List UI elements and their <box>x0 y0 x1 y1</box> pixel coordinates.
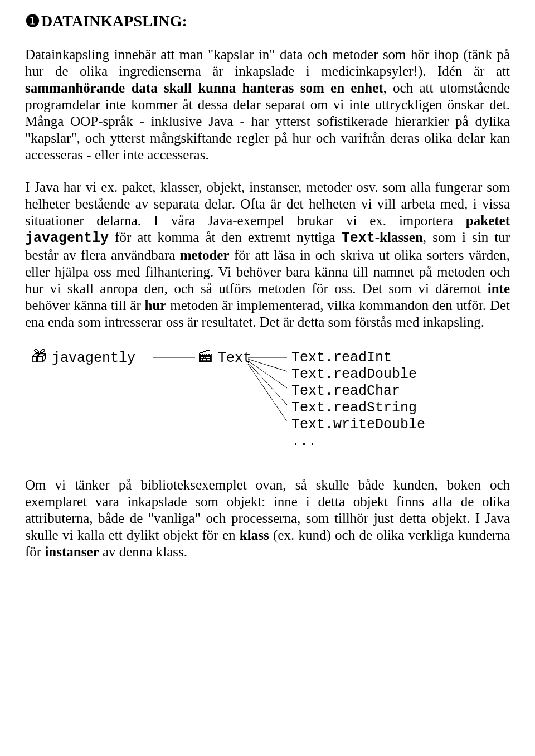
diagram: 🎁︎ javagently 🎬︎ Text Text.readInt Text.… <box>25 346 510 458</box>
node-text-label: Text <box>218 350 251 366</box>
p2-b1: paketet <box>466 213 510 228</box>
bullet-one-icon: ❶ <box>25 11 40 31</box>
p2-t1: I Java har vi ex. paket, klasser, objekt… <box>25 180 510 228</box>
p2-m2: Text <box>342 230 375 246</box>
p2-m1: javagently <box>25 230 109 246</box>
p2-b3: metoder <box>180 248 230 263</box>
method-0: Text.readInt <box>291 350 425 366</box>
paragraph-1: Datainkapsling innebär att man "kapslar … <box>25 46 510 163</box>
p2-t2: för att komma åt den extremt nyttiga <box>109 230 342 245</box>
methods-list: Text.readInt Text.readDouble Text.readCh… <box>291 350 425 450</box>
method-3: Text.readString <box>291 400 425 416</box>
node-text: 🎬︎ Text <box>197 350 251 366</box>
p2-t5: behöver känna till är <box>25 298 145 313</box>
p3-t3: av denna klass. <box>99 544 187 559</box>
svg-line-2 <box>248 359 287 371</box>
method-5: ... <box>291 433 425 450</box>
p1-t1: Datainkapsling innebär att man "kapslar … <box>25 47 510 79</box>
paragraph-3: Om vi tänker på biblioteksexemplet ovan,… <box>25 477 510 560</box>
svg-line-5 <box>248 364 287 421</box>
gift-icon: 🎁︎ <box>31 350 47 366</box>
svg-line-4 <box>248 362 287 405</box>
heading: ❶DATAINKAPSLING: <box>25 11 510 31</box>
p3-b2: instanser <box>45 544 99 559</box>
paragraph-2: I Java har vi ex. paket, klasser, objekt… <box>25 179 510 331</box>
method-2: Text.readChar <box>291 383 425 400</box>
heading-text: DATAINKAPSLING: <box>41 12 187 30</box>
p2-b5: hur <box>145 298 167 313</box>
method-4: Text.writeDouble <box>291 416 425 433</box>
node-javagently: 🎁︎ javagently <box>31 350 135 366</box>
svg-line-3 <box>248 361 287 388</box>
method-1: Text.readDouble <box>291 366 425 383</box>
node-javagently-label: javagently <box>52 350 135 366</box>
p3-b1: klass <box>240 527 269 542</box>
p2-b4: inte <box>488 281 510 296</box>
p2-b2: -klassen <box>375 230 423 245</box>
clapper-icon: 🎬︎ <box>197 350 213 366</box>
p1-b1: sammanhörande data skall kunna hanteras … <box>25 80 383 95</box>
